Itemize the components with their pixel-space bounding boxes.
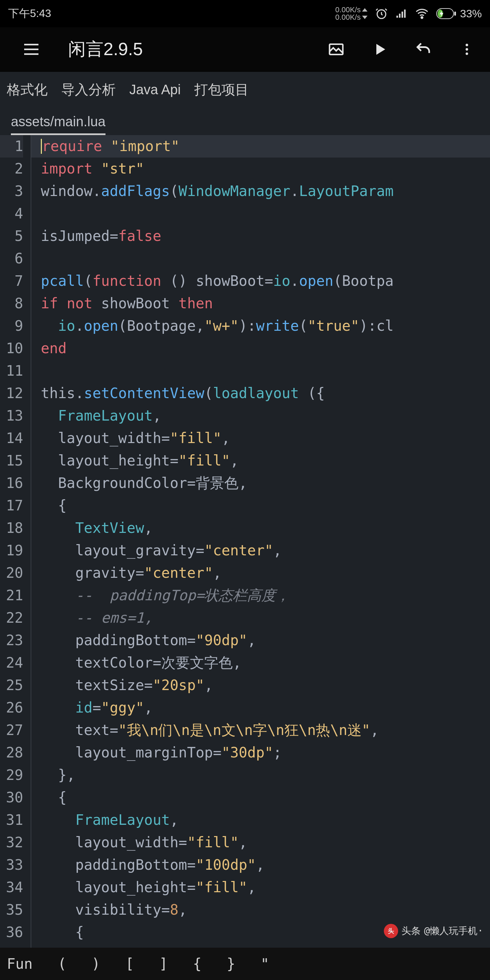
line-number: 34	[0, 876, 23, 899]
more-icon[interactable]	[452, 34, 482, 64]
code-line[interactable]: layout_marginTop="30dp";	[41, 741, 490, 764]
code-area[interactable]: require "import"import "str"window.addFl…	[31, 135, 490, 948]
code-line[interactable]: layout_width="fill",	[41, 831, 490, 854]
line-number: 29	[0, 764, 23, 786]
import-analysis-button[interactable]: 导入分析	[61, 80, 116, 99]
tab-row: assets/main.lua	[0, 107, 490, 135]
line-number: 31	[0, 809, 23, 831]
code-line[interactable]: text="我\n们\n是\n文\n字\n狂\n热\n迷",	[41, 719, 490, 741]
menu-icon[interactable]	[16, 34, 46, 64]
image-icon[interactable]	[321, 34, 351, 64]
line-number: 23	[0, 629, 23, 652]
code-line[interactable]	[41, 202, 490, 225]
line-number: 21	[0, 584, 23, 607]
code-line[interactable]: io.open(Bootpage,"w+"):write("true"):cl	[41, 315, 490, 337]
line-number: 4	[0, 202, 23, 225]
code-line[interactable]: layout_width="fill",	[41, 427, 490, 450]
code-line[interactable]: if not showBoot then	[41, 292, 490, 315]
svg-point-13	[466, 44, 468, 46]
code-line[interactable]: BackgroundColor=背景色,	[41, 472, 490, 495]
symbol-key-row: Fun ( ) [ ] { } "	[0, 948, 490, 980]
line-number: 36	[0, 921, 23, 943]
key-rbrace[interactable]: }	[227, 956, 235, 972]
line-number: 35	[0, 899, 23, 921]
line-number: 3	[0, 180, 23, 202]
watermark-logo-icon: 头	[384, 924, 398, 938]
line-number: 1	[0, 135, 23, 158]
alarm-icon	[375, 7, 388, 20]
code-line[interactable]: paddingBottom="90dp",	[41, 629, 490, 652]
code-line[interactable]: FrameLayout,	[41, 404, 490, 427]
svg-point-15	[466, 52, 468, 55]
code-line[interactable]: import "str"	[41, 158, 490, 180]
format-button[interactable]: 格式化	[7, 80, 48, 99]
line-number: 37	[0, 943, 23, 948]
key-lparen[interactable]: (	[58, 956, 66, 972]
undo-icon[interactable]	[408, 34, 438, 64]
code-line[interactable]: pcall(function () showBoot=io.open(Bootp…	[41, 270, 490, 292]
line-number: 8	[0, 292, 23, 315]
code-line[interactable]: {	[41, 495, 490, 517]
key-lbrack[interactable]: [	[125, 956, 134, 972]
line-number-gutter: 1234567891011121314151617181920212223242…	[0, 135, 30, 948]
line-number: 9	[0, 315, 23, 337]
line-number: 2	[0, 158, 23, 180]
key-rbrack[interactable]: ]	[159, 956, 168, 972]
svg-point-5	[421, 17, 423, 18]
code-line[interactable]: -- paddingTop=状态栏高度，	[41, 584, 490, 607]
watermark-brand: 头条	[401, 920, 421, 942]
code-line[interactable]	[41, 247, 490, 270]
action-row: 格式化 导入分析 Java Api 打包项目	[0, 72, 490, 107]
line-number: 5	[0, 225, 23, 247]
code-line[interactable]: gravity="center",	[41, 562, 490, 584]
network-speed-icon: 0.00K/s 0.00K/s	[335, 6, 368, 21]
play-icon[interactable]	[365, 34, 395, 64]
code-line[interactable]: layout_height="fill",	[41, 450, 490, 472]
svg-rect-3	[401, 11, 403, 18]
wifi-icon	[415, 7, 429, 21]
battery-icon: 33%	[436, 8, 482, 20]
line-number: 20	[0, 562, 23, 584]
code-line[interactable]: layout_gravity="center",	[41, 539, 490, 562]
key-rparen[interactable]: )	[92, 956, 100, 972]
svg-point-14	[466, 48, 468, 50]
code-line[interactable]: visibility=8,	[41, 899, 490, 921]
code-line[interactable]: TextView,	[41, 517, 490, 539]
line-number: 12	[0, 382, 23, 404]
key-dquote[interactable]: "	[261, 956, 269, 972]
code-line[interactable]: require "import"	[31, 135, 490, 158]
line-number: 28	[0, 741, 23, 764]
line-number: 14	[0, 427, 23, 450]
key-lbrace[interactable]: {	[193, 956, 202, 972]
code-line[interactable]: window.addFlags(WindowManager.LayoutPara…	[41, 180, 490, 202]
code-line[interactable]: layout_height="fill",	[41, 876, 490, 899]
code-line[interactable]: textColor=次要文字色,	[41, 652, 490, 674]
package-button[interactable]: 打包项目	[194, 80, 249, 99]
java-api-button[interactable]: Java Api	[129, 82, 181, 97]
line-number: 6	[0, 247, 23, 270]
code-line[interactable]: ImageView,	[41, 943, 490, 948]
code-line[interactable]: id="ggy",	[41, 697, 490, 719]
code-line[interactable]: },	[41, 764, 490, 786]
code-line[interactable]: end	[41, 337, 490, 360]
status-bar: 下午5:43 0.00K/s 0.00K/s 33%	[0, 0, 490, 27]
code-line[interactable]: -- ems=1,	[41, 607, 490, 629]
svg-rect-4	[404, 10, 406, 18]
line-number: 18	[0, 517, 23, 539]
code-line[interactable]: textSize="20sp",	[41, 674, 490, 697]
line-number: 22	[0, 607, 23, 629]
code-line[interactable]: isJumped=false	[41, 225, 490, 247]
svg-rect-2	[399, 14, 401, 18]
code-line[interactable]: {	[41, 786, 490, 809]
code-line[interactable]: paddingBottom="100dp",	[41, 854, 490, 876]
code-line[interactable]: this.setContentView(loadlayout ({	[41, 382, 490, 404]
code-line[interactable]	[41, 360, 490, 382]
code-editor[interactable]: 1234567891011121314151617181920212223242…	[0, 135, 490, 948]
app-title: 闲言2.9.5	[68, 37, 308, 61]
key-fun[interactable]: Fun	[7, 956, 33, 972]
watermark-account: @懒人玩手机·	[424, 920, 483, 942]
file-tab[interactable]: assets/main.lua	[11, 114, 105, 135]
svg-rect-1	[396, 16, 398, 18]
code-line[interactable]: FrameLayout,	[41, 809, 490, 831]
signal-icon	[395, 8, 408, 20]
